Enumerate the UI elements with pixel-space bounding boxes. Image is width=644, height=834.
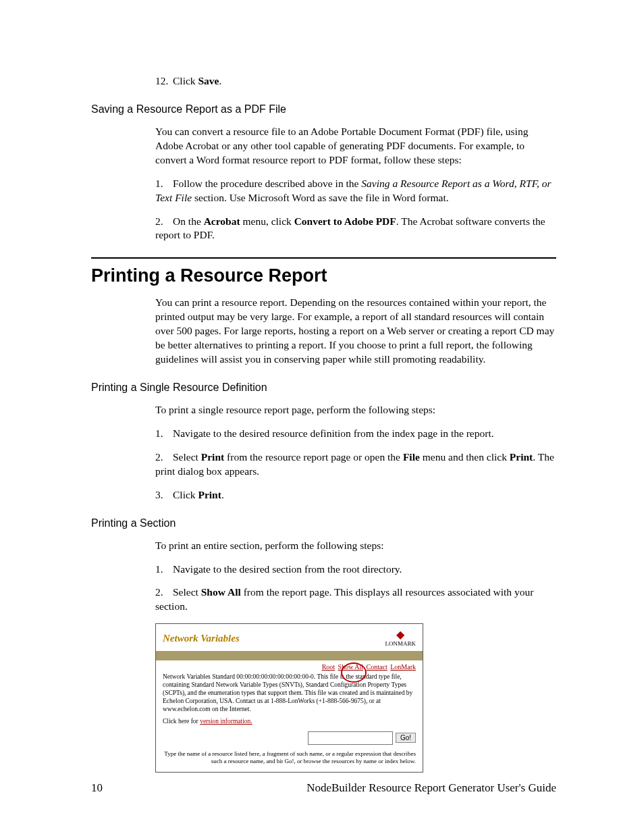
figure-nav-links: Root Show All Contact LonMark xyxy=(156,660,423,672)
step-number: 3. xyxy=(155,488,173,502)
text: . xyxy=(221,489,224,500)
step-number: 12. xyxy=(155,74,173,88)
step-number: 1. xyxy=(155,177,173,191)
go-button[interactable]: Go! xyxy=(396,733,416,743)
heading-printing: Printing a Resource Report xyxy=(91,265,556,286)
text: Click xyxy=(173,489,198,500)
pdf-step-1: 1.Follow the procedure described above i… xyxy=(155,177,556,205)
text-bold: Print xyxy=(510,451,533,463)
figure-wrapper: Network Variables ◆ LONMARK Root Show Al… xyxy=(91,623,556,773)
heading-save-pdf: Saving a Resource Report as a PDF File xyxy=(91,103,556,115)
figure-search-row: Go! xyxy=(156,731,423,750)
page-footer: 10 NodeBuilder Resource Report Generator… xyxy=(91,781,556,795)
figure-search-hint: Type the name of a resource listed here,… xyxy=(156,750,423,773)
text-bold: Acrobat xyxy=(204,215,240,227)
figure-header: Network Variables ◆ LONMARK xyxy=(156,624,423,651)
search-input[interactable] xyxy=(308,731,393,745)
text: menu, click xyxy=(240,215,294,227)
page-number: 10 xyxy=(91,781,103,795)
step-number: 1. xyxy=(155,563,173,577)
step-text-post: . xyxy=(219,75,221,86)
step-number: 2. xyxy=(155,215,173,229)
text-bold: Print xyxy=(198,489,221,500)
print-intro-block: You can print a resource report. Dependi… xyxy=(155,296,556,367)
text: Navigate to the desired resource definit… xyxy=(173,427,494,439)
link-contact[interactable]: Contact xyxy=(367,663,387,671)
step-12-block: 12.Click Save. xyxy=(155,74,556,88)
text: menu and then click xyxy=(420,451,510,463)
lonmark-logo-text: LONMARK xyxy=(385,640,416,647)
figure-version-line: Click here for version information. xyxy=(156,718,423,731)
text-bold: Print xyxy=(201,451,224,463)
paragraph-print-section: To print an entire section, perform the … xyxy=(155,539,556,553)
heading-print-section: Printing a Section xyxy=(91,517,556,529)
step-text-pre: Click xyxy=(173,75,198,86)
single-step-3: 3.Click Print. xyxy=(155,488,556,502)
print-single-block: To print a single resource report page, … xyxy=(155,403,556,502)
step-number: 2. xyxy=(155,585,173,600)
text-bold: Show All xyxy=(201,586,241,598)
link-root[interactable]: Root xyxy=(322,663,335,671)
pdf-step-2: 2.On the Acrobat menu, click Convert to … xyxy=(155,215,556,243)
figure-separator xyxy=(156,651,423,660)
link-lonmark[interactable]: LonMark xyxy=(390,663,416,671)
text: from the resource report page or open th… xyxy=(224,451,403,463)
step-text-bold: Save xyxy=(198,75,219,86)
section-divider xyxy=(91,257,556,259)
figure-title: Network Variables xyxy=(163,633,240,644)
print-section-block: To print an entire section, perform the … xyxy=(155,539,556,615)
text: Click here for xyxy=(163,718,200,725)
embedded-report-figure: Network Variables ◆ LONMARK Root Show Al… xyxy=(155,623,423,773)
lonmark-logo-icon: ◆ xyxy=(385,629,416,640)
single-step-2: 2.Select Print from the resource report … xyxy=(155,450,556,479)
paragraph-print-intro: You can print a resource report. Dependi… xyxy=(155,296,556,367)
save-pdf-block: You can convert a resource file to an Ad… xyxy=(155,125,556,242)
paragraph-save-pdf: You can convert a resource file to an Ad… xyxy=(155,125,556,167)
text: Select xyxy=(173,451,201,463)
text: Follow the procedure described above in … xyxy=(173,178,361,189)
link-show-all[interactable]: Show All xyxy=(338,663,364,671)
list-step-12: 12.Click Save. xyxy=(155,74,556,88)
step-number: 2. xyxy=(155,450,173,465)
text: On the xyxy=(173,215,204,227)
section-step-2: 2.Select Show All from the report page. … xyxy=(155,585,556,614)
heading-print-single: Printing a Single Resource Definition xyxy=(91,382,556,394)
text-bold: File xyxy=(403,451,420,463)
text: Select xyxy=(173,586,201,598)
paragraph-print-single: To print a single resource report page, … xyxy=(155,403,556,417)
text-bold: Convert to Adobe PDF xyxy=(294,215,396,227)
single-step-1: 1.Navigate to the desired resource defin… xyxy=(155,427,556,441)
text: section. Use Microsoft Word as save the … xyxy=(192,192,448,203)
page: 12.Click Save. Saving a Resource Report … xyxy=(0,0,644,834)
text: Navigate to the desired section from the… xyxy=(173,563,402,575)
section-step-1: 1.Navigate to the desired section from t… xyxy=(155,563,556,577)
footer-title: NodeBuilder Resource Report Generator Us… xyxy=(306,781,556,795)
lonmark-logo: ◆ LONMARK xyxy=(385,629,416,647)
step-number: 1. xyxy=(155,427,173,441)
link-version-info[interactable]: version information. xyxy=(200,718,252,725)
figure-description: Network Variables Standard 00:00:00:00:0… xyxy=(156,672,423,717)
